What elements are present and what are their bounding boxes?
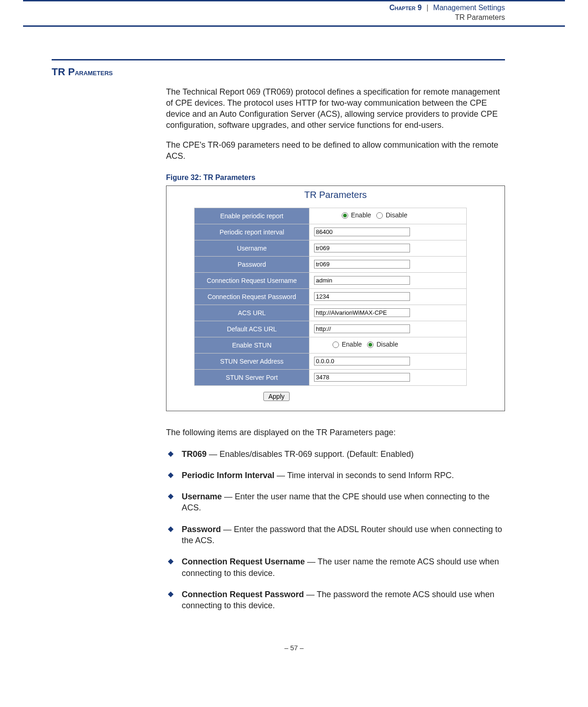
paragraph-1: The Technical Report 069 (TR069) protoco… xyxy=(166,86,505,131)
connection-request-password-input[interactable] xyxy=(314,292,410,301)
figure-caption: Figure 32: TR Parameters xyxy=(166,173,505,183)
row-label: Enable STUN xyxy=(195,337,309,353)
enable-periodic-report-disable-radio[interactable] xyxy=(376,212,383,219)
row-label: Enable periodic report xyxy=(195,208,309,224)
row-label: Connection Request Username xyxy=(195,272,309,288)
periodic-report-interval-input[interactable] xyxy=(314,228,410,236)
default-acs-url-input[interactable] xyxy=(314,324,410,333)
section-title: TR Parameters xyxy=(52,66,565,78)
row-label: Username xyxy=(195,240,309,256)
figure-box: TR Parameters Enable periodic report Ena… xyxy=(166,186,505,411)
password-input[interactable] xyxy=(314,260,410,269)
header-chapter: Chapter 9 xyxy=(389,4,422,12)
row-label: STUN Server Address xyxy=(195,353,309,369)
row-label: Periodic report interval xyxy=(195,224,309,240)
enable-periodic-report-enable-radio[interactable] xyxy=(342,212,348,219)
row-label: STUN Server Port xyxy=(195,369,309,385)
stun-server-address-input[interactable] xyxy=(314,357,410,365)
figure-title: TR Parameters xyxy=(166,186,505,208)
acs-url-input[interactable] xyxy=(314,308,410,317)
enable-stun-enable-radio[interactable] xyxy=(333,342,339,348)
page-header: Chapter 9 | Management Settings TR Param… xyxy=(23,3,565,23)
list-intro: The following items are displayed on the… xyxy=(166,427,505,438)
apply-button[interactable]: Apply xyxy=(263,392,290,401)
row-label: ACS URL xyxy=(195,305,309,321)
paragraph-2: The CPE's TR-069 parameters need to be d… xyxy=(166,139,505,162)
list-item: TR069 — Enables/disables TR-069 support.… xyxy=(166,449,505,460)
enable-stun-disable-radio[interactable] xyxy=(367,342,374,348)
row-label: Password xyxy=(195,256,309,272)
radio-label: Enable xyxy=(342,340,362,349)
username-input[interactable] xyxy=(314,244,410,252)
list-item: Username — Enter the user name that the … xyxy=(166,491,505,514)
list-item: Connection Request Username — The user n… xyxy=(166,556,505,579)
stun-server-port-input[interactable] xyxy=(314,373,410,382)
radio-label: Enable xyxy=(351,211,371,220)
row-label: Default ACS URL xyxy=(195,321,309,337)
connection-request-username-input[interactable] xyxy=(314,276,410,285)
header-section: Management Settings xyxy=(433,4,505,12)
radio-label: Disable xyxy=(376,340,398,349)
row-label: Connection Request Password xyxy=(195,288,309,305)
parameter-list: TR069 — Enables/disables TR-069 support.… xyxy=(166,449,505,611)
radio-label: Disable xyxy=(386,211,407,220)
list-item: Password — Enter the password that the A… xyxy=(166,524,505,546)
list-item: Connection Request Password — The passwo… xyxy=(166,589,505,611)
tr-parameters-form: Enable periodic report Enable Disable xyxy=(194,208,467,386)
header-separator: | xyxy=(424,4,431,12)
list-item: Periodic Inform Interval — Time interval… xyxy=(166,470,505,481)
page-number: – 57 – xyxy=(23,644,565,652)
header-subsection: TR Parameters xyxy=(23,13,505,23)
